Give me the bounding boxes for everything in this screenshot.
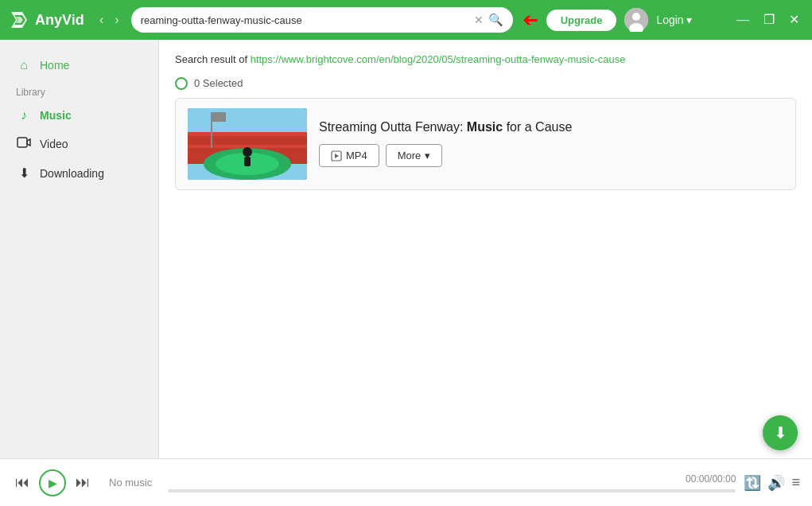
video-icon: [16, 135, 32, 153]
mp4-icon: [331, 150, 342, 162]
logo-icon: [8, 9, 30, 31]
music-icon: ♪: [16, 108, 32, 123]
svg-marker-19: [335, 154, 339, 158]
download-fab-icon: ⬇: [774, 423, 787, 442]
search-icon[interactable]: 🔍: [488, 13, 503, 27]
sidebar-item-home[interactable]: ⌂ Home: [0, 52, 158, 79]
main-layout: ⌂ Home Library ♪ Music Video ⬇ Downloadi…: [0, 40, 812, 458]
svg-rect-12: [188, 138, 307, 142]
player-right-controls: 🔃 🔊 ≡: [744, 474, 800, 492]
library-label: Library: [0, 79, 158, 102]
search-clear-icon[interactable]: ✕: [474, 14, 484, 26]
content-area: Search result of https://www.brightcove.…: [159, 40, 812, 458]
volume-button[interactable]: 🔊: [767, 474, 785, 492]
progress-area: 00:00/00:00: [168, 473, 736, 492]
red-arrow-indicator: ➔: [523, 9, 538, 31]
close-button[interactable]: ✕: [784, 12, 804, 28]
video-thumbnail: [188, 108, 307, 180]
player-bar: ⏮ ▶ ⏭ No music 00:00/00:00 🔃 🔊 ≡: [0, 458, 812, 506]
nav-forward-button[interactable]: ›: [111, 11, 122, 29]
login-button[interactable]: Login ▾: [656, 14, 691, 26]
sidebar-item-music[interactable]: ♪ Music: [0, 102, 158, 129]
time-label: 00:00/00:00: [168, 473, 736, 485]
minimize-button[interactable]: —: [732, 12, 754, 28]
sidebar: ⌂ Home Library ♪ Music Video ⬇ Downloadi…: [0, 40, 159, 458]
svg-rect-6: [17, 138, 27, 147]
svg-point-14: [243, 147, 252, 157]
playlist-button[interactable]: ≡: [791, 474, 800, 491]
home-icon: ⌂: [16, 58, 32, 72]
progress-bar[interactable]: [168, 489, 736, 492]
title-bar: AnyVid ‹ › ✕ 🔍 ➔ Upgrade Login ▾ — ❐ ✕: [0, 0, 812, 40]
download-icon: ⬇: [16, 165, 32, 181]
app-name: AnyVid: [35, 12, 84, 29]
avatar: [624, 8, 648, 32]
nav-arrows: ‹ ›: [95, 11, 123, 29]
sidebar-item-video[interactable]: Video: [0, 129, 158, 159]
nav-back-button[interactable]: ‹: [95, 11, 107, 29]
svg-rect-11: [188, 132, 307, 136]
player-controls: ⏮ ▶ ⏭: [12, 469, 93, 496]
upgrade-button[interactable]: Upgrade: [546, 10, 617, 31]
download-fab[interactable]: ⬇: [763, 415, 798, 450]
select-row: 0 Selected: [175, 77, 796, 90]
play-button[interactable]: ▶: [39, 469, 66, 496]
logo: AnyVid: [8, 9, 87, 31]
video-info: Streaming Outta Fenway: Music for a Caus…: [319, 120, 783, 167]
search-result-header: Search result of https://www.brightcove.…: [175, 52, 796, 68]
prev-button[interactable]: ⏮: [12, 473, 33, 492]
selected-count: 0 Selected: [194, 77, 243, 89]
more-button[interactable]: More ▾: [386, 144, 443, 167]
next-button[interactable]: ⏭: [72, 473, 93, 492]
search-bar: ✕ 🔍: [131, 7, 513, 33]
mp4-button[interactable]: MP4: [319, 144, 379, 167]
search-result-url[interactable]: https://www.brightcove.com/en/blog/2020/…: [251, 53, 626, 65]
maximize-button[interactable]: ❐: [759, 12, 779, 28]
svg-rect-17: [212, 112, 226, 122]
svg-point-4: [632, 13, 640, 21]
search-input[interactable]: [141, 14, 474, 26]
shuffle-button[interactable]: 🔃: [744, 474, 761, 492]
result-card: Streaming Outta Fenway: Music for a Caus…: [175, 98, 796, 190]
svg-rect-15: [244, 157, 251, 166]
video-title: Streaming Outta Fenway: Music for a Caus…: [319, 120, 783, 134]
select-all-checkbox[interactable]: [175, 77, 188, 90]
sidebar-item-downloading[interactable]: ⬇ Downloading: [0, 159, 158, 187]
window-controls: — ❐ ✕: [732, 12, 804, 28]
action-buttons: MP4 More ▾: [319, 144, 783, 167]
no-music-label: No music: [109, 477, 152, 488]
